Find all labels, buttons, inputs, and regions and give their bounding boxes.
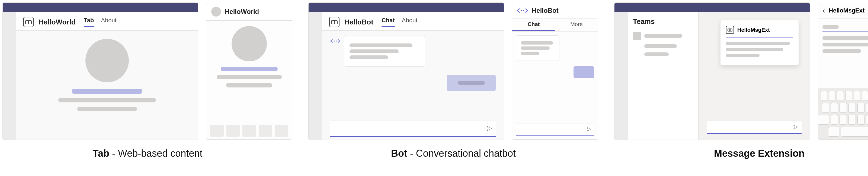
tab-set: Chat About <box>381 17 417 27</box>
svg-point-0 <box>334 41 335 42</box>
tab-chat-active[interactable]: Chat <box>381 17 395 27</box>
keyboard-key[interactable] <box>831 103 838 113</box>
nav-item[interactable] <box>275 125 288 136</box>
text-line-accent <box>72 89 142 94</box>
group-bot: HelloBot Chat About <box>309 3 598 159</box>
keyboard-key[interactable] <box>845 91 852 101</box>
window-titlebar <box>3 3 198 12</box>
message-bubble-outgoing <box>574 66 594 78</box>
text-line <box>823 36 868 40</box>
window-titlebar <box>309 3 504 12</box>
mobile-bottom-nav[interactable] <box>206 122 292 139</box>
teams-sidebar: Teams <box>628 12 699 140</box>
keyboard-key[interactable] <box>848 103 856 113</box>
keyboard-key[interactable] <box>840 115 847 125</box>
text-line <box>823 49 861 53</box>
send-icon[interactable] <box>793 124 798 130</box>
text-line <box>217 75 282 79</box>
text-line <box>823 43 868 46</box>
message-bubble-incoming <box>516 35 559 61</box>
text-line <box>77 107 137 111</box>
keyboard-key[interactable] <box>866 115 868 125</box>
caption-bot: Bot - Conversational chatbot <box>391 148 516 159</box>
keyboard-key[interactable] <box>822 103 829 113</box>
card-title: HelloMsgExt <box>737 27 770 33</box>
keyboard-key[interactable] <box>829 91 835 101</box>
keyboard-key[interactable] <box>866 103 868 113</box>
sidebar-channel[interactable] <box>633 44 693 48</box>
keyboard-key[interactable] <box>862 91 868 101</box>
mobile-keyboard[interactable] <box>818 88 868 139</box>
mobile-tabs: Chat More <box>512 19 598 31</box>
msgext-mobile-window: ‹ HelloMsgExt <box>818 3 868 140</box>
sidebar-channel[interactable] <box>633 52 693 56</box>
svg-point-2 <box>521 10 522 11</box>
channel-content: HelloMsgExt <box>699 12 810 140</box>
tab-desktop-window: HelloWorld Tab About <box>3 3 198 140</box>
send-icon[interactable] <box>587 127 591 132</box>
app-rail[interactable] <box>309 12 322 140</box>
message-bubble-outgoing <box>447 75 496 91</box>
team-avatar-icon <box>633 32 641 40</box>
mobile-tab-more[interactable]: More <box>555 19 598 31</box>
nav-item[interactable] <box>242 125 256 136</box>
tab-tab-active[interactable]: Tab <box>84 17 94 27</box>
send-icon[interactable] <box>487 125 492 131</box>
text-line <box>349 44 412 47</box>
text-line <box>726 42 790 45</box>
text-line <box>521 52 539 55</box>
app-name: HelloWorld <box>38 18 76 26</box>
mobile-title: HelloMsgExt <box>829 7 865 14</box>
text-line <box>226 83 272 87</box>
keyboard-key[interactable] <box>837 91 844 101</box>
text-line <box>521 41 553 45</box>
keyboard-key[interactable] <box>840 103 847 113</box>
bot-header: HelloBot Chat About <box>322 12 504 31</box>
tab-content <box>16 31 198 140</box>
mobile-header: HelloBot <box>512 3 598 19</box>
mobile-header: ‹ HelloMsgExt <box>818 3 868 19</box>
nav-item[interactable] <box>210 125 224 136</box>
group-tab: HelloWorld Tab About <box>3 3 292 159</box>
msgext-flyout-card[interactable]: HelloMsgExt <box>720 20 799 66</box>
app-rail[interactable] <box>3 12 16 140</box>
keyboard-key[interactable] <box>831 115 838 125</box>
keyboard-key[interactable] <box>821 91 827 101</box>
keyboard-key[interactable] <box>854 91 860 101</box>
app-icon <box>23 17 34 27</box>
keyboard-key-shift[interactable] <box>818 115 829 125</box>
app-name: HelloBot <box>344 18 373 26</box>
text-line <box>349 55 388 59</box>
keyboard-key[interactable] <box>858 115 865 125</box>
compose-box[interactable] <box>707 121 802 134</box>
accent-divider <box>726 37 793 37</box>
compose-box[interactable] <box>330 121 496 137</box>
nav-item[interactable] <box>259 125 272 136</box>
keyboard-key[interactable] <box>848 115 856 125</box>
bot-mobile-window: HelloBot Chat More <box>512 3 598 140</box>
mobile-header: HelloWorld <box>206 3 292 21</box>
app-rail[interactable] <box>615 12 628 140</box>
tab-about[interactable]: About <box>101 17 117 27</box>
bot-icon <box>517 8 528 13</box>
text-line <box>349 49 399 53</box>
text-line <box>521 46 550 50</box>
bot-desktop-window: HelloBot Chat About <box>309 3 504 140</box>
keyboard-key-space[interactable] <box>841 127 868 136</box>
keyboard-key-123[interactable] <box>828 127 839 136</box>
caption-tab: Tab - Web-based content <box>93 148 203 159</box>
mobile-tab-chat[interactable]: Chat <box>512 19 555 31</box>
sidebar-title: Teams <box>633 17 693 26</box>
tab-about[interactable]: About <box>402 17 417 27</box>
chat-area <box>322 31 504 140</box>
caption-msgext: Message Extension <box>714 148 805 159</box>
keyboard-key[interactable] <box>858 103 865 113</box>
back-icon[interactable]: ‹ <box>823 7 825 15</box>
compose-box[interactable] <box>516 124 594 135</box>
sidebar-item[interactable] <box>633 32 693 40</box>
text-line <box>58 98 156 102</box>
mobile-chat-area <box>512 31 598 139</box>
mobile-content <box>818 19 868 88</box>
text-line <box>726 54 760 57</box>
nav-item[interactable] <box>226 125 240 136</box>
